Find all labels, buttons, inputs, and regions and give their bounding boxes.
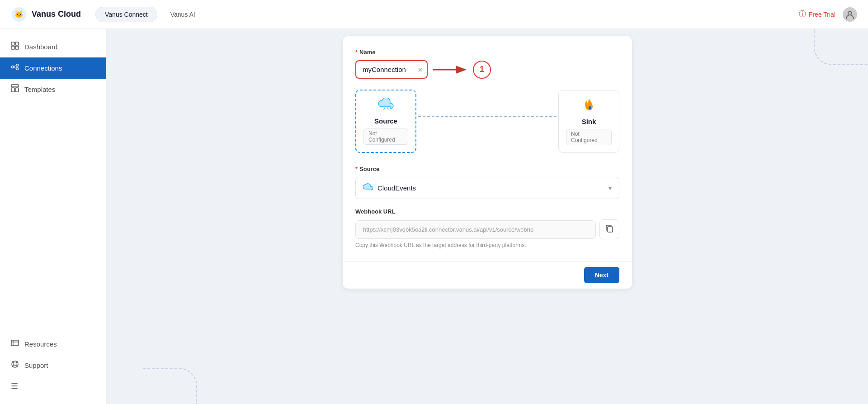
svg-rect-4 <box>15 42 19 45</box>
webhook-input-row: https://xcmj03vqbk5oa2li.connector.vanus… <box>355 219 619 239</box>
connections-icon <box>11 63 19 73</box>
svg-rect-13 <box>11 88 14 92</box>
sidebar-item-dashboard[interactable]: Dashboard <box>0 36 106 57</box>
nav-tabs: Vanus Connect Vanus AI <box>95 7 205 22</box>
sidebar-item-support[interactable]: Support <box>0 355 106 376</box>
connector-line <box>418 116 557 117</box>
svg-rect-12 <box>11 85 19 87</box>
webhook-url-label: Webhook URL <box>355 208 619 215</box>
dashboard-icon <box>11 42 19 52</box>
webhook-url-display: https://xcmj03vqbk5oa2li.connector.vanus… <box>355 220 596 239</box>
templates-icon <box>11 84 19 95</box>
resources-icon <box>11 339 19 349</box>
sink-not-configured: Not Configured <box>566 129 612 145</box>
required-star: * <box>355 49 358 56</box>
svg-rect-5 <box>11 46 14 49</box>
nav-right: ⓘ Free Trial <box>799 7 857 22</box>
scroll-content[interactable]: * Name ✕ <box>343 36 632 261</box>
support-icon <box>11 360 19 371</box>
tab-vanus-ai[interactable]: Vanus AI <box>161 7 205 22</box>
main-layout: Dashboard Connections <box>0 29 868 404</box>
source-cloud-icon <box>378 98 394 114</box>
source-box[interactable]: Source Not Configured <box>355 90 416 153</box>
webhook-hint: Copy this Webhook URL as the target addr… <box>355 242 619 248</box>
arrow-annotation: 1 <box>433 61 491 79</box>
submit-button[interactable]: Next <box>584 267 619 283</box>
bottom-bar: Next <box>343 261 632 289</box>
top-navigation: 🐱 Vanus Cloud Vanus Connect Vanus AI ⓘ F… <box>0 0 868 29</box>
free-trial-label: Free Trial <box>809 11 835 18</box>
svg-rect-6 <box>15 46 19 49</box>
arrow-icon <box>433 63 469 76</box>
trial-icon: ⓘ <box>799 10 806 19</box>
chevron-down-icon: ▾ <box>609 185 612 192</box>
svg-rect-3 <box>11 42 14 45</box>
svg-line-10 <box>14 66 16 67</box>
sidebar-item-templates-label: Templates <box>24 86 55 93</box>
svg-rect-15 <box>11 340 19 346</box>
sidebar-item-resources-label: Resources <box>24 340 57 348</box>
svg-point-2 <box>848 11 852 15</box>
sidebar-item-resources[interactable]: Resources <box>0 333 106 355</box>
source-section: * Source CloudEvents ▾ <box>355 166 619 199</box>
svg-rect-14 <box>15 88 19 92</box>
sidebar-bottom-menu[interactable]: ☰ <box>0 376 106 397</box>
logo-icon: 🐱 <box>11 6 27 23</box>
tab-vanus-connect[interactable]: Vanus Connect <box>95 7 157 22</box>
sidebar-item-templates[interactable]: Templates <box>0 79 106 100</box>
user-avatar[interactable] <box>843 7 857 22</box>
svg-line-11 <box>14 67 16 68</box>
sink-box[interactable]: Sink Not Configured <box>558 90 619 153</box>
source-dropdown[interactable]: CloudEvents ▾ <box>355 177 619 199</box>
free-trial-badge[interactable]: ⓘ Free Trial <box>799 10 835 19</box>
name-input[interactable] <box>355 60 428 79</box>
svg-point-19 <box>14 363 16 366</box>
sidebar-item-dashboard-label: Dashboard <box>24 43 57 51</box>
svg-point-7 <box>12 66 14 68</box>
app-title: Vanus Cloud <box>32 10 81 19</box>
source-sink-row: Source Not Configured Sink N <box>355 90 619 153</box>
name-field-label: * Name <box>355 49 619 56</box>
sink-flame-icon <box>582 98 596 114</box>
name-field-section: * Name ✕ <box>355 49 619 79</box>
menu-icon: ☰ <box>11 381 18 391</box>
deco-top-right <box>814 29 868 65</box>
source-required-star: * <box>355 166 358 172</box>
logo-area: 🐱 Vanus Cloud <box>11 6 81 23</box>
name-field-row: ✕ <box>355 60 619 79</box>
svg-rect-25 <box>608 227 613 232</box>
source-dropdown-value: CloudEvents <box>377 184 604 192</box>
sidebar-bottom: Resources Support ☰ <box>0 326 106 397</box>
sidebar: Dashboard Connections <box>0 29 107 404</box>
source-not-configured: Not Configured <box>363 128 408 145</box>
deco-bottom-left <box>143 368 197 404</box>
annotation-circle: 1 <box>473 61 491 79</box>
form-panel: * Name ✕ <box>343 36 632 289</box>
svg-point-9 <box>16 68 19 70</box>
sidebar-item-connections-label: Connections <box>24 64 62 72</box>
source-label: Source <box>374 117 397 125</box>
name-input-wrapper: ✕ <box>355 60 428 79</box>
content-area: * Name ✕ <box>107 29 868 404</box>
sidebar-item-connections[interactable]: Connections <box>0 57 106 79</box>
copy-button[interactable] <box>599 219 619 239</box>
sink-label: Sink <box>582 118 596 125</box>
svg-point-8 <box>16 64 19 67</box>
webhook-section: Webhook URL https://xcmj03vqbk5oa2li.con… <box>355 208 619 248</box>
cloudevents-icon <box>363 183 373 193</box>
sidebar-item-support-label: Support <box>24 361 48 369</box>
svg-text:🐱: 🐱 <box>14 10 24 19</box>
clear-icon[interactable]: ✕ <box>417 65 423 74</box>
source-section-label: * Source <box>355 166 619 172</box>
